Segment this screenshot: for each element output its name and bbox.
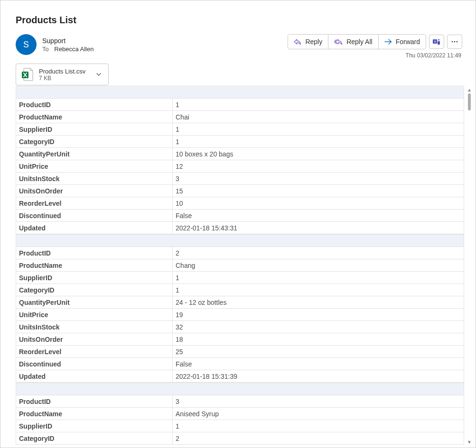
table-row: UnitsInStock3: [16, 173, 464, 185]
email-header-region: Products List S Support To Rebecca Allen: [0, 0, 476, 85]
reply-all-icon: [334, 38, 343, 45]
field-value: Chang: [173, 259, 464, 272]
field-label: ProductID: [16, 99, 173, 111]
table-row: ProductID1: [16, 99, 464, 111]
received-timestamp: Thu 03/02/2022 11:49: [406, 52, 461, 59]
table-row: DiscontinuedFalse: [16, 210, 464, 222]
table-row: UnitPrice19: [16, 309, 464, 321]
reply-label: Reply: [305, 38, 322, 46]
chevron-down-icon[interactable]: [94, 72, 103, 77]
field-label: ReorderLevel: [16, 197, 173, 210]
record-separator: [16, 86, 464, 98]
table-row: DiscontinuedFalse: [16, 358, 464, 370]
scroll-up-arrow[interactable]: ▲: [467, 87, 472, 93]
field-label: SupplierID: [16, 420, 173, 432]
field-label: SupplierID: [16, 123, 173, 136]
forward-label: Forward: [396, 38, 420, 46]
field-value: 1: [173, 284, 464, 296]
reply-icon: [294, 38, 301, 45]
actions-column: Reply Reply All Forward: [288, 34, 462, 59]
table-row: Updated2022-01-18 15:43:31: [16, 222, 464, 234]
field-label: ProductID: [16, 247, 173, 259]
from-name[interactable]: Support: [42, 37, 93, 45]
respond-button-group: Reply Reply All Forward: [288, 34, 426, 49]
table-row: ProductID3: [16, 395, 464, 408]
field-value: 10: [173, 197, 464, 210]
scroll-thumb[interactable]: [468, 93, 471, 110]
attachment-name: Products List.csv: [39, 68, 94, 75]
table-row: SupplierID1: [16, 272, 464, 284]
table-row: SupplierID1: [16, 420, 464, 432]
record-table: ProductID3ProductNameAniseed SyrupSuppli…: [16, 395, 464, 445]
ellipsis-icon: [451, 38, 458, 46]
sender-lines: Support To Rebecca Allen: [42, 37, 93, 53]
attachment-size: 7 KB: [39, 75, 94, 82]
record-separator: [16, 234, 464, 247]
table-row: UnitPrice12: [16, 160, 464, 173]
field-value: 1: [173, 272, 464, 284]
table-row: ReorderLevel10: [16, 197, 464, 210]
teams-icon: T: [432, 37, 441, 46]
field-value: 2022-01-18 15:31:39: [173, 370, 464, 383]
table-row: UnitsInStock32: [16, 321, 464, 333]
field-value: 10 boxes x 20 bags: [173, 148, 464, 160]
reply-all-button[interactable]: Reply All: [328, 35, 378, 49]
field-value: 1: [173, 123, 464, 136]
email-body-region: ProductID1ProductNameChaiSupplierID1Cate…: [16, 86, 464, 446]
field-label: Discontinued: [16, 210, 173, 222]
field-label: ProductName: [16, 408, 173, 420]
table-row: ProductNameAniseed Syrup: [16, 408, 464, 420]
table-row: UnitsOnOrder15: [16, 185, 464, 197]
field-value: 2: [173, 432, 464, 445]
field-value: False: [173, 358, 464, 370]
field-value: Chai: [173, 111, 464, 123]
field-label: ProductID: [16, 395, 173, 408]
field-value: 2: [173, 247, 464, 259]
field-value: 32: [173, 321, 464, 333]
forward-button[interactable]: Forward: [378, 35, 426, 49]
field-value: 18: [173, 333, 464, 346]
record-table: ProductID2ProductNameChangSupplierID1Cat…: [16, 247, 464, 383]
field-label: UnitPrice: [16, 309, 173, 321]
field-label: UnitPrice: [16, 160, 173, 173]
field-label: Updated: [16, 222, 173, 234]
field-value: 3: [173, 395, 464, 408]
sender-block: S Support To Rebecca Allen: [16, 34, 93, 55]
field-label: ReorderLevel: [16, 346, 173, 358]
table-row: CategoryID1: [16, 284, 464, 296]
email-subject: Products List: [16, 15, 462, 26]
field-value: 15: [173, 185, 464, 197]
field-value: 3: [173, 173, 464, 185]
field-label: UnitsOnOrder: [16, 185, 173, 197]
field-label: UnitsInStock: [16, 321, 173, 333]
to-name[interactable]: Rebecca Allen: [54, 46, 93, 53]
field-value: 19: [173, 309, 464, 321]
scroll-down-arrow[interactable]: ▼: [467, 439, 472, 446]
email-body-content[interactable]: ProductID1ProductNameChaiSupplierID1Cate…: [16, 86, 464, 446]
sender-avatar: S: [16, 34, 37, 55]
attachment-row: Products List.csv 7 KB: [16, 64, 462, 85]
table-row: QuantityPerUnit10 boxes x 20 bags: [16, 148, 464, 160]
attachment-chip[interactable]: Products List.csv 7 KB: [16, 64, 109, 85]
field-label: ProductName: [16, 111, 173, 123]
more-actions-button[interactable]: [447, 35, 462, 49]
field-label: QuantityPerUnit: [16, 296, 173, 309]
reply-all-label: Reply All: [346, 38, 372, 46]
teams-share-button[interactable]: T: [429, 35, 444, 49]
field-value: False: [173, 210, 464, 222]
scroll-track[interactable]: [468, 93, 471, 439]
field-value: 1: [173, 136, 464, 148]
field-label: UnitsInStock: [16, 173, 173, 185]
field-label: Discontinued: [16, 358, 173, 370]
table-row: ReorderLevel25: [16, 346, 464, 358]
email-header-row: S Support To Rebecca Allen: [16, 34, 462, 59]
svg-text:T: T: [434, 40, 436, 44]
to-line: To Rebecca Allen: [42, 46, 93, 53]
scrollbar[interactable]: ▲ ▼: [466, 87, 473, 446]
record-table: ProductID1ProductNameChaiSupplierID1Cate…: [16, 98, 464, 234]
table-row: ProductNameChai: [16, 111, 464, 123]
table-row: ProductID2: [16, 247, 464, 259]
field-value: 24 - 12 oz bottles: [173, 296, 464, 309]
reply-button[interactable]: Reply: [288, 35, 328, 49]
field-label: CategoryID: [16, 284, 173, 296]
